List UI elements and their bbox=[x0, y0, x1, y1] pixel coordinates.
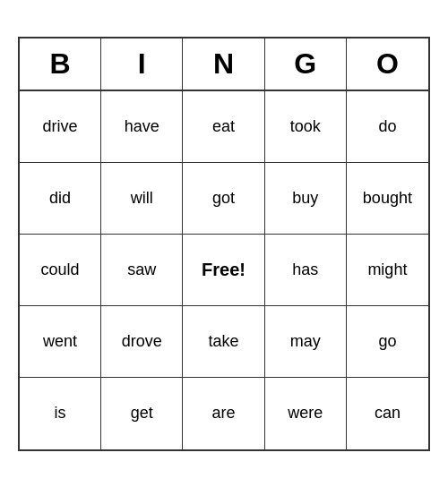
cell-10[interactable]: could bbox=[20, 235, 101, 306]
cell-22[interactable]: are bbox=[183, 378, 264, 449]
cell-2[interactable]: eat bbox=[183, 91, 264, 163]
cell-23[interactable]: were bbox=[265, 378, 347, 449]
cell-18[interactable]: may bbox=[265, 306, 347, 378]
cell-free[interactable]: Free! bbox=[183, 235, 264, 306]
bingo-header: B I N G O bbox=[20, 38, 428, 91]
header-g: G bbox=[265, 38, 347, 90]
cell-14[interactable]: might bbox=[347, 235, 428, 306]
header-n: N bbox=[183, 38, 264, 90]
bingo-body: drive have eat took do did will got buy … bbox=[20, 91, 428, 449]
cell-5[interactable]: did bbox=[20, 163, 101, 235]
cell-20[interactable]: is bbox=[20, 378, 101, 449]
cell-4[interactable]: do bbox=[347, 91, 428, 163]
cell-0[interactable]: drive bbox=[20, 91, 101, 163]
header-o: O bbox=[347, 38, 428, 90]
header-b: B bbox=[20, 38, 101, 90]
cell-17[interactable]: take bbox=[183, 306, 264, 378]
cell-6[interactable]: will bbox=[101, 163, 183, 235]
cell-7[interactable]: got bbox=[183, 163, 264, 235]
cell-11[interactable]: saw bbox=[101, 235, 183, 306]
cell-9[interactable]: bought bbox=[347, 163, 428, 235]
cell-16[interactable]: drove bbox=[101, 306, 183, 378]
cell-21[interactable]: get bbox=[101, 378, 183, 449]
cell-15[interactable]: went bbox=[20, 306, 101, 378]
bingo-card: B I N G O drive have eat took do did wil… bbox=[18, 37, 430, 451]
cell-8[interactable]: buy bbox=[265, 163, 347, 235]
cell-13[interactable]: has bbox=[265, 235, 347, 306]
cell-24[interactable]: can bbox=[347, 378, 428, 449]
cell-19[interactable]: go bbox=[347, 306, 428, 378]
cell-1[interactable]: have bbox=[101, 91, 183, 163]
cell-3[interactable]: took bbox=[265, 91, 347, 163]
header-i: I bbox=[101, 38, 183, 90]
